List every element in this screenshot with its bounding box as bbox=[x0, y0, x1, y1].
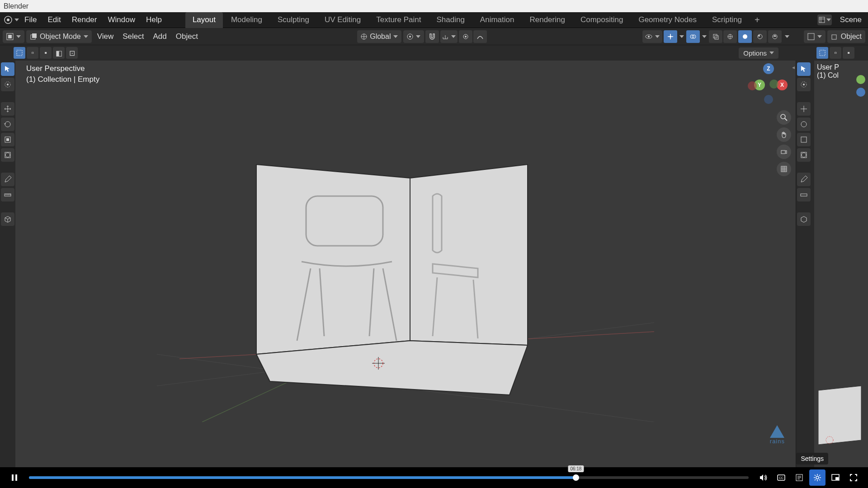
nav-gizmo-2[interactable] bbox=[856, 75, 865, 86]
perspective-toggle-button[interactable] bbox=[777, 162, 791, 176]
tab-shading[interactable]: Shading bbox=[429, 12, 472, 28]
snap-dropdown[interactable] bbox=[440, 30, 458, 43]
scale-tool-2[interactable] bbox=[797, 133, 811, 146]
pivot-dropdown[interactable] bbox=[403, 30, 424, 43]
rendered-mode[interactable] bbox=[768, 30, 782, 43]
progress-thumb[interactable] bbox=[573, 474, 579, 481]
axis-neg-y[interactable] bbox=[769, 80, 778, 89]
add-cube-tool[interactable] bbox=[1, 212, 14, 226]
select-all-mode-right[interactable] bbox=[816, 47, 828, 59]
select-intersect[interactable]: ⊡ bbox=[66, 47, 78, 59]
object-menu[interactable]: Object bbox=[171, 30, 203, 43]
material-preview-mode[interactable] bbox=[753, 30, 767, 43]
tab-uv-editing[interactable]: UV Editing bbox=[317, 12, 368, 28]
tab-geometry-nodes[interactable]: Geometry Nodes bbox=[631, 12, 704, 28]
mode-dropdown[interactable]: Object Mode bbox=[26, 30, 92, 43]
select-box-tool-2[interactable] bbox=[797, 62, 811, 76]
volume-button[interactable] bbox=[755, 469, 771, 486]
add-cube-tool-2[interactable] bbox=[797, 212, 811, 226]
overlay-toggle[interactable] bbox=[686, 30, 700, 43]
editor-type-dropdown[interactable] bbox=[3, 30, 24, 43]
measure-tool-2[interactable] bbox=[797, 188, 811, 202]
select-menu[interactable]: Select bbox=[118, 30, 148, 43]
scale-tool[interactable] bbox=[1, 133, 14, 146]
sidebar-collapse-icon[interactable]: ◂ bbox=[792, 64, 795, 70]
xray-toggle[interactable] bbox=[709, 30, 722, 43]
rotate-tool[interactable] bbox=[1, 117, 14, 131]
menu-render[interactable]: Render bbox=[66, 13, 103, 27]
axis-y-2[interactable] bbox=[856, 75, 865, 84]
menu-edit[interactable]: Edit bbox=[42, 13, 66, 27]
wireframe-mode[interactable] bbox=[723, 30, 737, 43]
tab-texture-paint[interactable]: Texture Paint bbox=[369, 12, 428, 28]
tab-animation[interactable]: Animation bbox=[473, 12, 522, 28]
transform-tool[interactable] bbox=[1, 148, 14, 162]
transcript-button[interactable] bbox=[791, 469, 807, 486]
pan-button[interactable] bbox=[777, 127, 791, 142]
pip-button[interactable] bbox=[827, 469, 844, 486]
annotate-tool[interactable] bbox=[1, 173, 14, 186]
select-subtract-right[interactable]: ▪ bbox=[843, 47, 854, 59]
add-workspace-button[interactable]: + bbox=[750, 12, 764, 28]
gizmo-toggle[interactable] bbox=[664, 30, 677, 43]
solid-mode[interactable] bbox=[738, 30, 752, 43]
snap-toggle[interactable] bbox=[425, 30, 439, 43]
orientation-dropdown[interactable]: Global bbox=[357, 30, 401, 43]
axis-z[interactable]: Z bbox=[763, 63, 774, 74]
editor-type-right-dropdown[interactable] bbox=[804, 30, 826, 43]
rotate-tool-2[interactable] bbox=[797, 117, 811, 131]
visibility-dropdown[interactable] bbox=[642, 30, 662, 43]
menu-help[interactable]: Help bbox=[141, 13, 167, 27]
navigation-gizmo[interactable]: Z Y X bbox=[748, 63, 788, 104]
blender-logo-icon[interactable] bbox=[2, 14, 14, 26]
tab-sculpting[interactable]: Sculpting bbox=[270, 12, 316, 28]
cursor-tool-2[interactable] bbox=[797, 78, 811, 91]
annotate-tool-2[interactable] bbox=[797, 173, 811, 186]
overlay-dropdown-icon[interactable] bbox=[702, 35, 707, 38]
fullscreen-button[interactable] bbox=[845, 469, 862, 486]
tab-rendering[interactable]: Rendering bbox=[522, 12, 572, 28]
select-subtract[interactable]: ▪ bbox=[40, 47, 52, 59]
select-extend[interactable]: ▫ bbox=[27, 47, 38, 59]
video-progress[interactable]: 06:18 bbox=[29, 476, 749, 479]
left-toolbar-secondary bbox=[796, 61, 814, 467]
move-tool[interactable] bbox=[1, 102, 14, 116]
viewport-3d[interactable]: User Perspective (1) Collection | Empty … bbox=[15, 61, 796, 467]
move-tool-2[interactable] bbox=[797, 102, 811, 116]
scene-name-field[interactable]: Scene bbox=[835, 14, 866, 26]
shading-dropdown-icon[interactable] bbox=[785, 35, 789, 38]
tab-layout[interactable]: Layout bbox=[185, 12, 223, 28]
camera-view-button[interactable] bbox=[777, 145, 791, 159]
settings-button[interactable] bbox=[809, 469, 826, 486]
gizmo-dropdown-icon[interactable] bbox=[679, 35, 684, 38]
scene-browse-icon[interactable] bbox=[817, 14, 832, 25]
cursor-tool[interactable] bbox=[1, 78, 14, 91]
options-dropdown[interactable]: Options bbox=[739, 47, 778, 59]
axis-neg-z[interactable] bbox=[764, 95, 773, 104]
mode-right-dropdown[interactable]: Object bbox=[827, 30, 865, 43]
tab-scripting[interactable]: Scripting bbox=[705, 12, 749, 28]
select-box-tool[interactable] bbox=[1, 62, 14, 76]
mini-viewport-3d[interactable]: User P (1) Col bbox=[814, 61, 868, 467]
pause-button[interactable] bbox=[6, 469, 23, 486]
select-extend-right[interactable]: ▫ bbox=[830, 47, 841, 59]
proportional-toggle[interactable] bbox=[459, 30, 472, 43]
svg-point-52 bbox=[781, 114, 785, 119]
menu-window[interactable]: Window bbox=[102, 13, 140, 27]
menu-file[interactable]: File bbox=[19, 13, 42, 27]
tab-compositing[interactable]: Compositing bbox=[573, 12, 631, 28]
svg-rect-6 bbox=[32, 33, 37, 38]
proportional-falloff[interactable] bbox=[473, 30, 487, 43]
select-invert[interactable]: ◧ bbox=[53, 47, 65, 59]
tab-modeling[interactable]: Modeling bbox=[224, 12, 269, 28]
view-menu[interactable]: View bbox=[93, 30, 118, 43]
zoom-button[interactable] bbox=[777, 110, 791, 125]
app-menu-dropdown-icon[interactable] bbox=[14, 19, 19, 21]
transform-tool-2[interactable] bbox=[797, 148, 811, 162]
add-menu[interactable]: Add bbox=[149, 30, 171, 43]
measure-tool[interactable] bbox=[1, 188, 14, 202]
select-all-mode[interactable] bbox=[14, 47, 25, 59]
axis-z-2[interactable] bbox=[856, 88, 865, 97]
axis-neg-x[interactable] bbox=[748, 81, 757, 90]
captions-button[interactable]: CC bbox=[773, 469, 789, 486]
